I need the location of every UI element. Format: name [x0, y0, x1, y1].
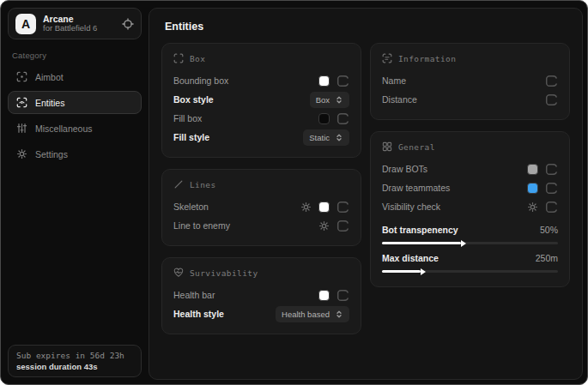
information-card-header: Information	[382, 53, 558, 63]
color-swatch[interactable]	[527, 164, 538, 175]
app-meta: Arcane for Battlefield 6	[43, 14, 115, 33]
color-swatch[interactable]	[318, 75, 330, 87]
checkbox[interactable]	[545, 163, 558, 176]
lines-card-header: Lines	[173, 179, 349, 189]
box-card-header: Box	[173, 53, 349, 63]
checkbox[interactable]	[545, 201, 558, 214]
setting-label: Fill style	[173, 132, 209, 142]
sidebar-item-label: Settings	[35, 149, 68, 159]
slider-value: 50%	[540, 225, 558, 235]
checkbox[interactable]	[336, 201, 349, 214]
lines-card: Lines Skeleton Line to enemy	[161, 169, 361, 246]
setting-label: Distance	[382, 94, 417, 105]
scan-eye-icon	[16, 97, 27, 108]
checkbox[interactable]	[336, 112, 349, 125]
sidebar-item-label: Entities	[35, 98, 64, 108]
color-swatch[interactable]	[527, 183, 538, 194]
color-swatch[interactable]	[318, 202, 330, 213]
sidebar-item-label: Miscellaneous	[35, 123, 93, 134]
sliders-icon	[16, 123, 27, 134]
crosshair-scan-icon	[16, 71, 27, 82]
checkbox[interactable]	[336, 75, 349, 87]
setting-row-skeleton: Skeleton	[173, 197, 349, 216]
setting-row-draw-bots: Draw BOTs	[382, 159, 558, 178]
chevrons-up-down-icon	[335, 310, 343, 319]
subscription-info-card: Sub expires in 56d 23h session duration …	[8, 345, 142, 377]
setting-label: Name	[382, 75, 406, 86]
session-duration-text: session duration 43s	[16, 362, 133, 371]
left-column: Box Bounding box Box style Box	[161, 43, 361, 334]
sidebar-item-label: Aimbot	[35, 72, 64, 82]
slider-thumb[interactable]	[461, 240, 466, 247]
color-swatch[interactable]	[318, 290, 330, 301]
setting-label: Health style	[173, 309, 224, 319]
card-title: General	[398, 142, 435, 152]
slider-thumb[interactable]	[421, 268, 426, 275]
card-title: Survivability	[190, 268, 258, 278]
fill-style-dropdown[interactable]: Static	[303, 129, 349, 146]
setting-label: Box style	[173, 94, 214, 105]
category-label: Category	[12, 51, 142, 60]
general-card: General Draw BOTs Draw teammates	[370, 131, 570, 287]
dropdown-value: Box	[316, 95, 330, 105]
survivability-card-header: Survivability	[173, 268, 349, 278]
color-swatch[interactable]	[318, 113, 330, 124]
checkbox[interactable]	[545, 93, 558, 106]
setting-row-line-to-enemy: Line to enemy	[173, 216, 349, 235]
checkbox[interactable]	[336, 289, 349, 302]
sub-expiry-text: Sub expires in 56d 23h	[16, 351, 133, 360]
arcane-window: A Arcane for Battlefield 6 Category Aimb…	[0, 0, 588, 385]
dropdown-value: Static	[309, 133, 330, 142]
setting-row-name: Name	[382, 71, 558, 90]
setting-row-fill-style: Fill style Static	[173, 128, 349, 147]
sidebar: A Arcane for Battlefield 6 Category Aimb…	[1, 1, 149, 384]
information-card: Information Name Distance	[370, 43, 570, 120]
general-card-header: General	[382, 141, 558, 152]
max-distance-slider[interactable]	[382, 270, 558, 273]
app-header-card: A Arcane for Battlefield 6	[8, 8, 142, 39]
settings-gear-icon[interactable]	[300, 202, 312, 213]
setting-row-box-style: Box style Box	[173, 90, 349, 109]
checkbox[interactable]	[545, 182, 558, 195]
setting-label: Visibility check	[382, 202, 440, 212]
gear-icon	[16, 148, 27, 159]
health-style-dropdown[interactable]: Health based	[276, 306, 349, 322]
sidebar-item-settings[interactable]: Settings	[8, 142, 142, 165]
setting-row-health-bar: Health bar	[173, 286, 349, 304]
setting-row-bounding-box: Bounding box	[173, 71, 349, 90]
setting-label: Fill box	[173, 113, 202, 123]
slider-value: 250m	[536, 253, 558, 263]
bot-transparency-slider[interactable]	[382, 242, 558, 244]
checkbox[interactable]	[336, 220, 349, 232]
box-style-dropdown[interactable]: Box	[310, 92, 349, 108]
setting-label: Draw teammates	[382, 183, 450, 193]
slider-label: Bot transpenency	[382, 225, 458, 235]
scan-text-icon	[382, 53, 392, 63]
box-card: Box Bounding box Box style Box	[161, 43, 361, 158]
sidebar-item-miscellaneous[interactable]: Miscellaneous	[8, 117, 142, 140]
main-panel: Entities Box Bounding box	[149, 8, 583, 380]
setting-label: Skeleton	[173, 202, 209, 212]
setting-row-distance: Distance	[382, 90, 558, 109]
setting-label: Line to enemy	[173, 220, 230, 231]
line-icon	[173, 179, 184, 189]
setting-row-visibility-check: Visibility check	[382, 197, 558, 216]
checkbox[interactable]	[545, 75, 558, 87]
chevrons-up-down-icon	[335, 133, 343, 142]
card-title: Box	[190, 54, 205, 63]
page-title: Entities	[165, 21, 570, 33]
target-icon[interactable]	[122, 18, 134, 30]
setting-row-fill-box: Fill box	[173, 109, 349, 128]
sidebar-item-aimbot[interactable]: Aimbot	[8, 65, 142, 88]
grid-icon	[382, 141, 392, 152]
app-logo: A	[15, 14, 36, 34]
app-subtitle: for Battlefield 6	[43, 24, 115, 33]
slider-fill	[382, 242, 461, 244]
settings-gear-icon[interactable]	[318, 220, 330, 232]
heart-pulse-icon	[173, 268, 184, 278]
sidebar-item-entities[interactable]: Entities	[8, 91, 142, 114]
setting-row-health-style: Health style Health based	[173, 304, 349, 323]
card-title: Information	[398, 54, 456, 63]
settings-gear-icon[interactable]	[527, 202, 538, 213]
setting-label: Bounding box	[173, 75, 228, 86]
